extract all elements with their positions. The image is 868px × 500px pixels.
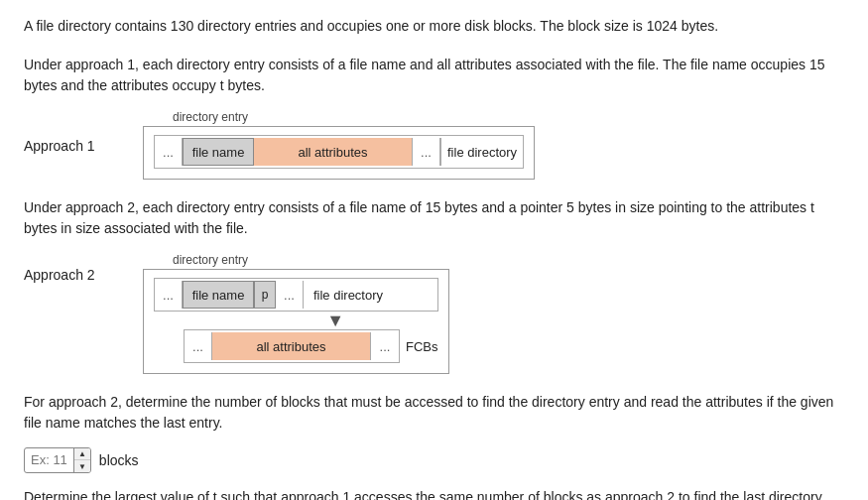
ap1-file-directory: file directory	[440, 138, 523, 166]
intro-line1: A file directory contains 130 directory …	[24, 16, 844, 37]
approach2-question: For approach 2, determine the number of …	[24, 392, 844, 434]
ap2-file-directory: file directory	[304, 281, 393, 309]
approach2-diagram: directory entry ... file name p ... file…	[143, 253, 449, 374]
ap2-p: p	[254, 281, 276, 309]
ap2-dots2: ...	[276, 281, 304, 309]
diagram2-caption: directory entry	[173, 253, 248, 267]
ap2-bottom-box: ... all attributes ...	[184, 329, 400, 363]
approach1-desc: Under approach 1, each directory entry c…	[24, 55, 844, 96]
blocks-input-row: Ex: 11 ▲ ▼ blocks	[24, 447, 844, 473]
stepper-down-button[interactable]: ▼	[74, 460, 90, 473]
ap2-dots1: ...	[155, 281, 183, 309]
ap2-filename: file name	[183, 281, 254, 309]
approach1-diagram-box: ... file name all attributes ... file di…	[154, 135, 524, 169]
approach2-label: Approach 2	[24, 253, 143, 283]
ap1-dots2: ...	[413, 138, 440, 166]
approach1-question: Determine the largest value of t such th…	[24, 487, 844, 500]
ap1-dots1: ...	[155, 138, 183, 166]
ap2-bottom-row: ... all attributes ... FCBs	[154, 329, 438, 363]
ap2-all-attributes: all attributes	[212, 332, 371, 360]
approach2-desc: Under approach 2, each directory entry c…	[24, 197, 844, 239]
ap1-all-attributes: all attributes	[254, 138, 413, 166]
stepper-arrows[interactable]: ▲ ▼	[74, 447, 90, 473]
ap2-top-box: ... file name p ... file directory	[154, 278, 438, 312]
approach2-diagram-wrapper: ... file name p ... file directory ▼ ...…	[154, 278, 438, 363]
ap1-filename: file name	[183, 138, 254, 166]
diagram1-caption: directory entry	[173, 110, 248, 124]
ap2-b-dots2: ...	[371, 332, 399, 360]
ap2-b-dots: ...	[185, 332, 212, 360]
ap2-fcbs: FCBs	[406, 339, 438, 354]
approach1-diagram: directory entry ... file name all attrib…	[143, 110, 535, 180]
arrow-down-icon: ▼	[233, 312, 438, 329]
blocks-label: blocks	[99, 452, 139, 468]
blocks-stepper[interactable]: Ex: 11 ▲ ▼	[24, 447, 91, 473]
stepper-up-button[interactable]: ▲	[74, 447, 90, 460]
approach1-label: Approach 1	[24, 110, 143, 154]
blocks-stepper-value: Ex: 11	[25, 447, 74, 473]
